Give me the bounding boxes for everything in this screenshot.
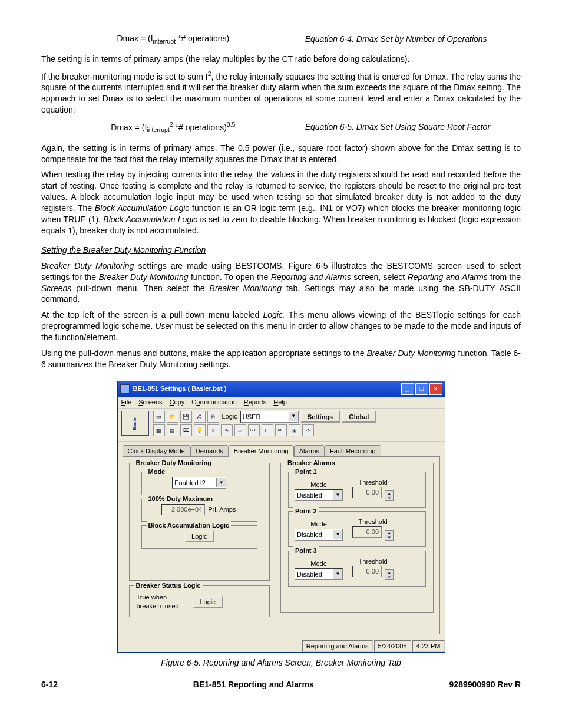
section-heading: Setting the Breaker Duty Monitoring Func… — [41, 245, 521, 256]
table-icon[interactable]: ⊞ — [289, 424, 300, 436]
tile-icon[interactable]: ▦ — [153, 424, 165, 436]
breaker-duty-monitoring-group: Breaker Duty Monitoring Mode ▼ 100% Duty… — [129, 463, 270, 581]
doc-rev: 9289900990 Rev R — [449, 679, 521, 690]
menu-help[interactable]: Help — [273, 398, 287, 407]
menu-file[interactable]: File — [121, 398, 132, 407]
window-title: BE1-851 Settings ( Basler.bst ) — [133, 384, 401, 393]
breaker-alarms-group: Breaker Alarms Point 1 Mode ▼ Threshold — [280, 463, 433, 613]
p2-mode-value[interactable] — [295, 530, 333, 539]
paragraph-1: The setting is in terms of primary amps … — [41, 54, 521, 65]
status-date: 5/24/2005 — [374, 640, 411, 652]
p3-th-label: Threshold — [353, 557, 392, 566]
equation-2: Dmax = (Iinterrupt2 *# operations)0.5 — [41, 120, 305, 134]
bdm-legend: Breaker Duty Monitoring — [134, 459, 213, 467]
paragraph-3: Again, the setting is in terms of primar… — [41, 143, 521, 165]
figure-caption: Figure 6-5. Reporting and Alarms Screen,… — [41, 657, 521, 668]
paragraph-7: Using the pull-down menus and buttons, m… — [41, 348, 521, 370]
chevron-down-icon[interactable]: ▼ — [216, 478, 226, 487]
logic-value[interactable] — [241, 412, 289, 421]
bar-icon[interactable]: ⫴ — [207, 424, 219, 436]
duty-unit: Pri. Amps — [208, 506, 236, 513]
duty-label: 100% Duty Maximum — [147, 495, 214, 503]
mode-combo[interactable]: ▼ — [172, 477, 226, 489]
p3-spinner[interactable]: ▴▾ — [385, 569, 394, 580]
equation-1-caption: Equation 6-4. Dmax Set by Number of Oper… — [305, 34, 487, 45]
alarm-point-3: Point 3 Mode ▼ Threshold 0.00 ▴ — [288, 551, 425, 587]
status-time: 4:23 PM — [412, 640, 445, 652]
menu-reports[interactable]: Reports — [244, 398, 267, 407]
alarm-point-2: Point 2 Mode ▼ Threshold 0.00 ▴ — [288, 511, 425, 547]
square-icon[interactable]: ▱ — [234, 424, 246, 436]
equation-2-caption: Equation 6-5. Dmax Set Using Square Root… — [305, 121, 490, 133]
tab-clock[interactable]: Clock Display Mode — [123, 445, 190, 457]
point3-legend: Point 3 — [293, 546, 319, 555]
chevron-down-icon[interactable]: ▼ — [289, 412, 298, 421]
maximize-button[interactable]: □ — [415, 383, 428, 395]
mode-value[interactable] — [173, 478, 216, 487]
p1-th-value[interactable]: 0.00 — [352, 487, 382, 498]
ratio-icon[interactable]: I/O — [275, 424, 287, 436]
p2-mode-label: Mode — [296, 520, 342, 529]
alarm-point-1: Point 1 Mode ▼ Threshold 0.00 ▴ — [288, 472, 425, 508]
tab-alarms[interactable]: Alarms — [294, 445, 325, 457]
p2-mode-combo[interactable]: ▼ — [295, 529, 343, 541]
p2-th-label: Threshold — [353, 518, 392, 526]
chevron-down-icon[interactable]: ▼ — [333, 530, 342, 539]
menu-communication[interactable]: Communication — [191, 398, 236, 407]
roll-icon[interactable]: ⌧ — [180, 424, 192, 436]
p2-th-value[interactable]: 0.00 — [352, 526, 382, 538]
paragraph-2: If the breaker-monitoring mode is set to… — [41, 70, 521, 116]
bsl-legend: Breaker Status Logic — [134, 581, 203, 590]
tab-fault-recording[interactable]: Fault Recording — [325, 445, 381, 457]
mode-label: Mode — [147, 467, 167, 476]
lamp-icon[interactable]: 💡 — [194, 424, 206, 436]
minimize-button[interactable]: _ — [401, 383, 414, 395]
paragraph-4: When testing the relay by injecting curr… — [41, 169, 521, 236]
duty-max-group: 100% Duty Maximum 2.000e+04 Pri. Amps — [141, 499, 258, 522]
paragraph-6: At the top left of the screen is a pull-… — [41, 309, 521, 343]
p1-spinner[interactable]: ▴▾ — [385, 490, 394, 501]
point2-legend: Point 2 — [293, 507, 319, 516]
p1-mode-combo[interactable]: ▼ — [295, 489, 343, 501]
bsl-logic-button[interactable]: Logic — [193, 596, 223, 608]
new-icon[interactable]: ▭ — [153, 411, 165, 423]
wave-icon[interactable]: ∿ — [221, 424, 233, 436]
doc-title: BE1-851 Reporting and Alarms — [193, 679, 314, 690]
save-icon[interactable]: 💾 — [180, 411, 192, 423]
p1-mode-label: Mode — [296, 480, 342, 489]
bsl-text: True when breaker closed — [137, 593, 184, 611]
alarms-legend: Breaker Alarms — [286, 459, 337, 467]
mode-group: Mode ▼ — [141, 472, 258, 495]
p1-mode-value[interactable] — [295, 490, 333, 500]
chevron-down-icon[interactable]: ▼ — [333, 569, 342, 579]
bal-logic-button[interactable]: Logic — [184, 531, 214, 542]
basler-logo: Basler — [121, 411, 149, 436]
print-icon[interactable]: 🖨 — [194, 411, 206, 423]
t1t2-icon[interactable]: T₁T₂ — [248, 424, 260, 436]
page-number: 6-12 — [41, 679, 58, 690]
global-button[interactable]: Global — [342, 411, 376, 423]
p3-th-value[interactable]: 0.00 — [352, 566, 382, 577]
p3-mode-value[interactable] — [295, 569, 333, 579]
arrow-icon[interactable]: ➪ — [302, 424, 314, 436]
block-accum-group: Block Accumulation Logic Logic — [141, 525, 258, 549]
equation-1: Dmax = (Iinterrupt *# operations) — [41, 33, 305, 45]
bal-label: Block Accumulation Logic — [147, 521, 232, 530]
close-button[interactable]: × — [429, 383, 442, 395]
p2-spinner[interactable]: ▴▾ — [385, 530, 394, 541]
logic-combo[interactable]: ▼ — [240, 411, 299, 423]
tag-icon[interactable]: 🏷 — [262, 424, 273, 436]
open-icon[interactable]: 📂 — [167, 411, 178, 423]
menu-copy[interactable]: Copy — [170, 398, 185, 407]
menu-screens[interactable]: Screens — [138, 398, 162, 407]
tab-breaker-monitoring[interactable]: Breaker Monitoring — [229, 445, 294, 457]
chevron-down-icon[interactable]: ▼ — [333, 490, 342, 500]
logic-label: Logic — [222, 412, 237, 421]
tab-demands[interactable]: Demands — [190, 445, 229, 457]
settings-button[interactable]: Settings — [300, 411, 340, 423]
menubar: File Screens Copy Communication Reports … — [118, 397, 445, 409]
duty-value[interactable]: 2.000e+04 — [161, 504, 205, 515]
p3-mode-combo[interactable]: ▼ — [295, 568, 343, 580]
export-icon[interactable]: ⎘ — [207, 411, 219, 423]
layout-icon[interactable]: ▤ — [167, 424, 178, 436]
